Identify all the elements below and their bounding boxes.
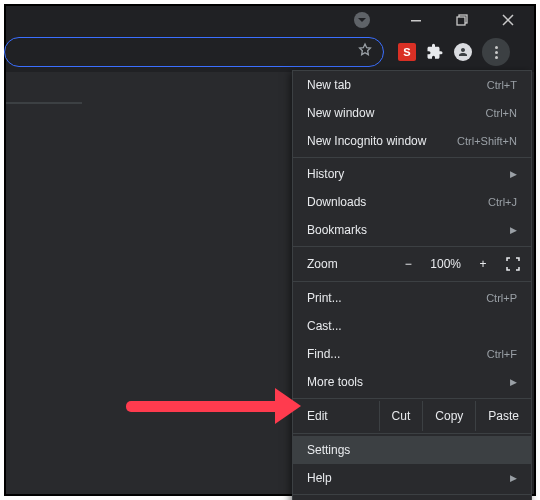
menu-label: Zoom [307,257,367,271]
menu-label: Help [307,471,332,485]
menu-item-downloads[interactable]: Downloads Ctrl+J [293,188,531,216]
maximize-icon [456,14,468,26]
address-bar[interactable] [4,37,384,67]
edit-buttons: Cut Copy Paste [379,401,531,431]
chrome-menu: New tab Ctrl+T New window Ctrl+N New Inc… [292,70,532,500]
menu-item-zoom: Zoom − 100% + [293,249,531,279]
zoom-in-button[interactable]: + [475,257,491,271]
window-close-button[interactable] [496,8,520,32]
menu-label: New tab [307,78,351,92]
menu-label: Settings [307,443,350,457]
menu-item-cast[interactable]: Cast... [293,312,531,340]
kebab-icon [495,46,498,59]
menu-item-settings[interactable]: Settings [293,436,531,464]
svg-rect-0 [411,20,421,22]
chevron-down-icon [357,15,367,25]
menu-shortcut: Ctrl+N [486,107,517,119]
menu-label: More tools [307,375,363,389]
zoom-out-button[interactable]: − [400,257,416,271]
submenu-arrow-icon: ▶ [510,169,517,179]
menu-label: Cast... [307,319,342,333]
menu-label: Print... [307,291,342,305]
menu-shortcut: Ctrl+P [486,292,517,304]
panel-divider [6,102,82,104]
menu-item-new-window[interactable]: New window Ctrl+N [293,99,531,127]
zoom-value: 100% [430,257,461,271]
menu-separator [293,433,531,434]
menu-label: New Incognito window [307,134,426,148]
svg-rect-1 [459,15,467,23]
menu-shortcut: Ctrl+Shift+N [457,135,517,147]
menu-item-new-tab[interactable]: New tab Ctrl+T [293,71,531,99]
profile-avatar-icon[interactable] [454,43,472,61]
menu-item-edit: Edit Cut Copy Paste [293,401,531,431]
menu-separator [293,494,531,495]
menu-label: Edit [307,409,367,423]
menu-label: History [307,167,344,181]
menu-shortcut: Ctrl+F [487,348,517,360]
menu-separator [293,157,531,158]
svg-rect-2 [457,17,465,25]
menu-item-more-tools[interactable]: More tools ▶ [293,368,531,396]
window-titlebar [6,6,534,34]
extension-s-icon[interactable]: S [398,43,416,61]
chrome-menu-button[interactable] [482,38,510,66]
submenu-arrow-icon: ▶ [510,225,517,235]
menu-label: Find... [307,347,340,361]
toolbar-icons: S [398,38,510,66]
edit-cut-button[interactable]: Cut [379,401,423,431]
extensions-icon[interactable] [426,43,444,61]
bookmark-star-icon[interactable] [357,42,373,62]
window-maximize-button[interactable] [450,8,474,32]
menu-item-bookmarks[interactable]: Bookmarks ▶ [293,216,531,244]
minimize-icon [410,14,422,26]
window-minimize-button[interactable] [404,8,428,32]
menu-separator [293,398,531,399]
extension-s-label: S [403,46,410,58]
menu-item-help[interactable]: Help ▶ [293,464,531,492]
edit-copy-button[interactable]: Copy [422,401,475,431]
fullscreen-icon [506,257,520,271]
menu-item-new-incognito[interactable]: New Incognito window Ctrl+Shift+N [293,127,531,155]
submenu-arrow-icon: ▶ [510,377,517,387]
menu-label: New window [307,106,374,120]
zoom-controls: − 100% + [400,256,521,272]
browser-window: S New tab Ctrl+T New window Ctrl+N New I… [4,4,536,496]
toolbar-row: S [6,34,534,70]
edit-paste-button[interactable]: Paste [475,401,531,431]
menu-shortcut: Ctrl+J [488,196,517,208]
menu-item-history[interactable]: History ▶ [293,160,531,188]
fullscreen-button[interactable] [505,256,521,272]
menu-separator [293,281,531,282]
menu-label: Downloads [307,195,366,209]
submenu-arrow-icon: ▶ [510,473,517,483]
menu-item-print[interactable]: Print... Ctrl+P [293,284,531,312]
account-badge[interactable] [354,12,370,28]
menu-shortcut: Ctrl+T [487,79,517,91]
menu-label: Bookmarks [307,223,367,237]
close-icon [502,14,514,26]
menu-separator [293,246,531,247]
menu-item-find[interactable]: Find... Ctrl+F [293,340,531,368]
